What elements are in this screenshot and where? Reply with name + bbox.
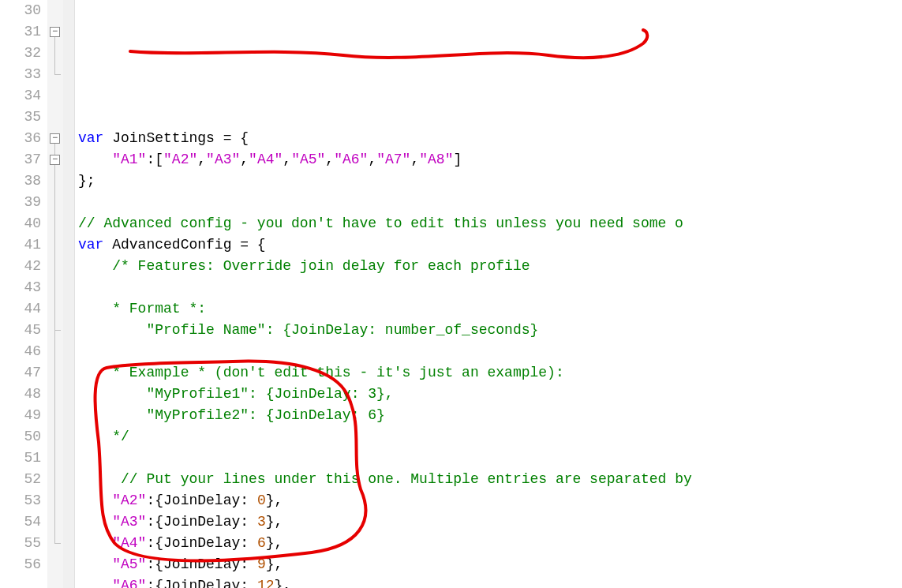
token-op: , <box>283 152 291 167</box>
code-line[interactable]: "MyProfile2": {JoinDelay: 6} <box>78 405 902 426</box>
code-editor[interactable]: 3031323334353637383940414243444546474849… <box>0 0 902 588</box>
fold-guide-end <box>54 543 61 544</box>
code-line[interactable]: var JoinSettings = { <box>78 128 902 149</box>
token-op: :[ <box>146 152 163 167</box>
token-op: }, <box>266 556 283 572</box>
code-line[interactable]: // Put your lines under this one. Multip… <box>78 469 902 490</box>
fold-guide <box>54 37 55 74</box>
token-op: :{ <box>146 556 163 572</box>
token-op: = { <box>215 130 249 146</box>
token-str: "A6" <box>112 578 146 588</box>
code-line[interactable] <box>78 448 902 469</box>
line-number: 47 <box>0 362 41 384</box>
token-op: :{ <box>146 535 163 551</box>
token-str: "A2" <box>112 492 146 508</box>
fold-toggle[interactable]: − <box>50 27 60 37</box>
line-number: 30 <box>0 0 41 21</box>
code-line[interactable]: "A3":{JoinDelay: 3}, <box>78 511 902 533</box>
token-op: , <box>240 152 249 167</box>
code-area[interactable]: var JoinSettings = { "A1":["A2","A3","A4… <box>75 0 902 588</box>
code-line[interactable] <box>78 107 902 128</box>
line-number: 43 <box>0 277 41 298</box>
fold-column[interactable]: −−− <box>47 0 63 588</box>
line-number: 55 <box>0 533 41 554</box>
token-op: : <box>240 578 257 588</box>
code-line[interactable]: * Example * (don't edit this - it's just… <box>78 362 902 384</box>
line-number: 51 <box>0 448 41 469</box>
token-cmt: "MyProfile1": {JoinDelay: 3}, <box>146 386 393 402</box>
code-line[interactable]: "A1":["A2","A3","A4","A5","A6","A7","A8"… <box>78 149 902 170</box>
token-op: }, <box>266 514 283 530</box>
line-number: 52 <box>0 469 41 490</box>
token-op: }, <box>266 492 283 508</box>
code-line[interactable]: // Advanced config - you don't have to e… <box>78 213 902 234</box>
token-ident: JoinDelay <box>163 514 240 530</box>
line-number: 50 <box>0 426 41 448</box>
token-num: 6 <box>257 535 266 551</box>
token-ident: JoinDelay <box>163 535 240 551</box>
token-op: :{ <box>146 514 163 530</box>
token-op <box>103 237 112 253</box>
annotation-underline <box>75 0 902 95</box>
code-line[interactable]: */ <box>78 426 902 448</box>
token-num: 3 <box>257 514 266 530</box>
line-number: 46 <box>0 341 41 362</box>
token-str: "A3" <box>112 514 146 530</box>
code-line[interactable]: "A6":{JoinDelay: 12}, <box>78 575 902 588</box>
token-cmt: "Profile Name": {JoinDelay: number_of_se… <box>146 322 538 338</box>
line-number: 37 <box>0 149 41 170</box>
token-ident: AdvancedConfig <box>112 237 231 253</box>
code-line[interactable]: "A5":{JoinDelay: 9}, <box>78 554 902 575</box>
line-number: 44 <box>0 298 41 320</box>
code-line[interactable] <box>78 192 902 213</box>
line-number: 36 <box>0 128 41 149</box>
token-op: , <box>368 152 376 167</box>
token-op: , <box>410 152 419 167</box>
token-str: "A4" <box>112 535 146 551</box>
line-number: 49 <box>0 405 41 426</box>
token-ident: JoinDelay <box>163 556 240 572</box>
token-str: "A6" <box>334 152 368 167</box>
token-cmt: "MyProfile2": {JoinDelay: 6} <box>146 407 384 423</box>
code-line[interactable]: * Format *: <box>78 298 902 320</box>
code-line[interactable]: }; <box>78 170 902 192</box>
token-str: "A3" <box>206 152 240 167</box>
token-str: "A8" <box>419 152 453 167</box>
fold-toggle[interactable]: − <box>50 133 60 144</box>
line-number: 40 <box>0 213 41 234</box>
token-kw: var <box>78 237 103 253</box>
token-op: }, <box>266 535 283 551</box>
code-line[interactable] <box>78 341 902 362</box>
fold-guide-end <box>54 330 61 331</box>
code-line[interactable] <box>78 277 902 298</box>
token-ident: JoinDelay <box>163 492 240 508</box>
code-line[interactable]: "MyProfile1": {JoinDelay: 3}, <box>78 384 902 405</box>
token-cmt: */ <box>112 429 129 444</box>
line-number-gutter: 3031323334353637383940414243444546474849… <box>0 0 47 588</box>
token-op <box>103 130 112 146</box>
token-op: : <box>240 535 257 551</box>
token-cmt: * Format *: <box>112 301 206 316</box>
token-str: "A5" <box>291 152 325 167</box>
line-number: 35 <box>0 107 41 128</box>
token-op: }; <box>78 173 95 189</box>
line-number: 42 <box>0 256 41 277</box>
token-num: 12 <box>257 578 275 588</box>
token-str: "A5" <box>112 556 146 572</box>
token-op: : <box>240 514 257 530</box>
token-ident: JoinSettings <box>112 130 215 146</box>
token-num: 9 <box>257 556 266 572</box>
token-op: :{ <box>146 578 163 588</box>
token-op: , <box>325 152 334 167</box>
code-line[interactable]: /* Features: Override join delay for eac… <box>78 256 902 277</box>
code-line[interactable]: var AdvancedConfig = { <box>78 234 902 256</box>
token-num: 0 <box>257 492 266 508</box>
fold-toggle[interactable]: − <box>50 155 60 165</box>
token-kw: var <box>78 130 103 146</box>
line-number: 33 <box>0 64 41 85</box>
code-line[interactable]: "A4":{JoinDelay: 6}, <box>78 533 902 554</box>
code-line[interactable]: "Profile Name": {JoinDelay: number_of_se… <box>78 320 902 341</box>
code-line[interactable]: "A2":{JoinDelay: 0}, <box>78 490 902 511</box>
token-cmt: * Example * (don't edit this - it's just… <box>112 365 564 380</box>
line-number: 56 <box>0 554 41 575</box>
